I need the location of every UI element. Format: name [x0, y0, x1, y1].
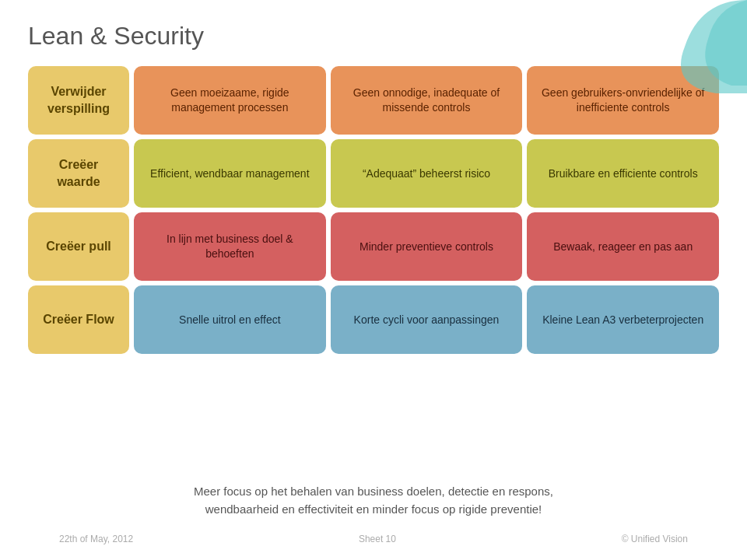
cell-col2-row2: Efficient, wendbaar management	[134, 139, 326, 208]
cell-col1-row3: Creëer pull	[28, 212, 129, 281]
cell-col3-row2: “Adequaat” beheerst risico	[331, 139, 523, 208]
cell-col4-row4: Kleine Lean A3 verbeterprojecten	[527, 285, 719, 354]
page-title: Lean & Security	[28, 22, 719, 51]
cell-col4-row3: Bewaak, reageer en pas aan	[527, 212, 719, 281]
footer-line2: wendbaarheid en effectiviteit en minder …	[28, 501, 719, 519]
main-grid: Verwijder verspilling Geen moeizaame, ri…	[28, 66, 719, 467]
footer-sheet: Sheet 10	[359, 534, 396, 544]
footer-bar: 22th of May, 2012 Sheet 10 © Unified Vis…	[28, 534, 719, 544]
cell-col1-row4: Creëer Flow	[28, 285, 129, 354]
footer-line1: Meer focus op het behalen van business d…	[28, 483, 719, 501]
footer-message: Meer focus op het behalen van business d…	[28, 483, 719, 518]
page: Lean & Security Verwijder verspilling Ge…	[0, 0, 747, 560]
cell-col4-row2: Bruikbare en efficiente controls	[527, 139, 719, 208]
cell-col4-row1: Geen gebruikers-onvriendelijke of ineffi…	[527, 66, 719, 135]
cell-col1-row2: Creëer waarde	[28, 139, 129, 208]
footer-date: 22th of May, 2012	[59, 534, 133, 544]
cell-col2-row3: In lijn met business doel & behoeften	[134, 212, 326, 281]
cell-col1-row1: Verwijder verspilling	[28, 66, 129, 135]
footer-copyright: © Unified Vision	[622, 534, 688, 544]
cell-col2-row4: Snelle uitrol en effect	[134, 285, 326, 354]
cell-col2-row1: Geen moeizaame, rigide management proces…	[134, 66, 326, 135]
cell-col3-row1: Geen onnodige, inadequate of missende co…	[331, 66, 523, 135]
cell-col3-row4: Korte cycli voor aanpassingen	[331, 285, 523, 354]
cell-col3-row3: Minder preventieve controls	[331, 212, 523, 281]
